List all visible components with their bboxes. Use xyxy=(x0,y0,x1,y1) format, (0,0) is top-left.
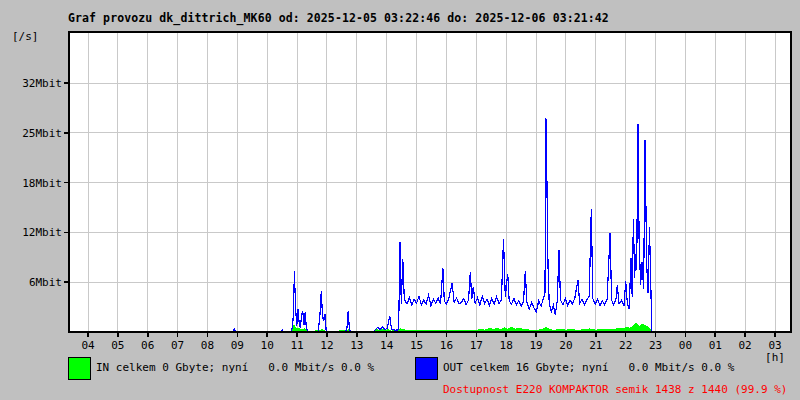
out-legend-label: OUT celkem 16 Gbyte; nyní 0.0 Mbit/s 0.0… xyxy=(443,361,734,374)
traffic-chart: 32Mbit25Mbit18Mbit12Mbit6Mbit04050607080… xyxy=(0,0,800,400)
svg-text:08: 08 xyxy=(201,339,214,352)
svg-text:14: 14 xyxy=(380,339,394,352)
svg-text:02: 02 xyxy=(739,339,752,352)
svg-text:15: 15 xyxy=(410,339,423,352)
svg-text:01: 01 xyxy=(709,339,722,352)
availability-status: Dostupnost E220 KOMPAKTOR semik 1438 z 1… xyxy=(443,383,787,396)
svg-text:6Mbit: 6Mbit xyxy=(29,276,62,289)
svg-text:21: 21 xyxy=(589,339,602,352)
x-tick-labels: 0405060708091011121314151617181920212223… xyxy=(81,339,781,352)
svg-text:18Mbit: 18Mbit xyxy=(22,177,62,190)
svg-text:20: 20 xyxy=(559,339,572,352)
svg-text:32Mbit: 32Mbit xyxy=(22,77,62,90)
svg-text:12Mbit: 12Mbit xyxy=(22,226,62,239)
svg-text:25Mbit: 25Mbit xyxy=(22,127,62,140)
in-legend-swatch xyxy=(68,357,91,380)
svg-text:09: 09 xyxy=(231,339,244,352)
svg-text:06: 06 xyxy=(141,339,154,352)
svg-text:23: 23 xyxy=(649,339,662,352)
svg-text:05: 05 xyxy=(111,339,124,352)
svg-text:12: 12 xyxy=(320,339,333,352)
svg-text:07: 07 xyxy=(171,339,184,352)
mrtg-traffic-page: { "title": "Graf provozu dk_dittrich_MK6… xyxy=(0,0,800,400)
svg-text:04: 04 xyxy=(81,339,95,352)
svg-text:00: 00 xyxy=(679,339,692,352)
svg-text:16: 16 xyxy=(440,339,453,352)
in-legend-label: IN celkem 0 Gbyte; nyní 0.0 Mbit/s 0.0 % xyxy=(96,361,374,374)
svg-text:19: 19 xyxy=(529,339,542,352)
svg-text:11: 11 xyxy=(290,339,303,352)
svg-text:13: 13 xyxy=(350,339,363,352)
svg-text:22: 22 xyxy=(619,339,632,352)
svg-text:18: 18 xyxy=(500,339,513,352)
svg-text:10: 10 xyxy=(261,339,274,352)
svg-text:17: 17 xyxy=(470,339,483,352)
out-legend-swatch xyxy=(415,357,438,380)
y-tick-labels: 32Mbit25Mbit18Mbit12Mbit6Mbit xyxy=(22,77,62,289)
x-axis-unit-label: [h] xyxy=(765,351,785,364)
